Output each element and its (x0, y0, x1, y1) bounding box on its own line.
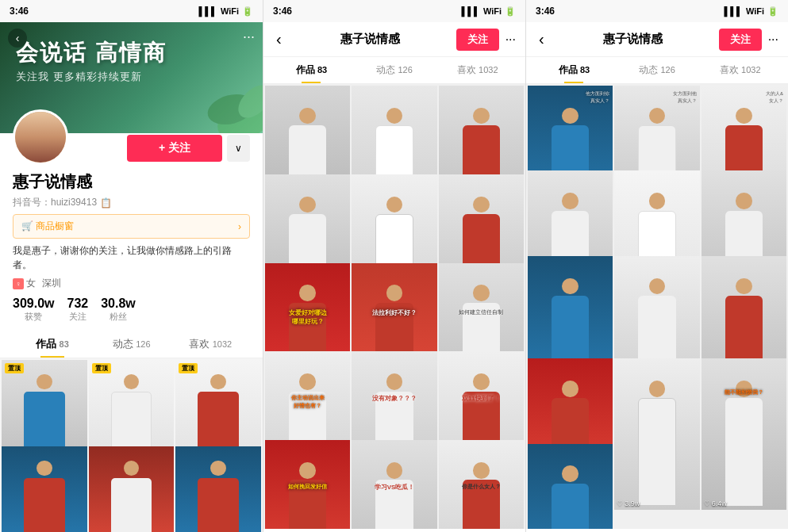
shop-arrow: › (238, 221, 241, 232)
wifi-icon: WiFi (221, 6, 239, 16)
more-btn-2[interactable]: ··· (505, 33, 516, 47)
icons-3: ▌▌▌ WiFi 🔋 (724, 6, 778, 17)
profile-id: 抖音号：huizi39413 📋 (13, 196, 250, 209)
avatar-image (15, 112, 66, 163)
grid-cell-2-15[interactable]: ♡888 你是什么女人？ (439, 440, 524, 529)
header-right-3: 关注 ··· (719, 29, 778, 51)
header-title-3: 惠子说情感 (603, 32, 663, 47)
wifi-2: WiFi (483, 6, 502, 16)
profile-info-section: + 关注 ∨ 惠子说情感 抖音号：huizi39413 📋 🛒 商品橱窗 › 我… (0, 109, 263, 323)
status-icons: ▌▌▌ WiFi 🔋 (198, 6, 253, 17)
location-tag: 深圳 (42, 277, 61, 290)
phone3-tabs: 作品 83 动态 126 喜欢 1032 (526, 57, 788, 84)
phone2-tabs: 作品 83 动态 126 喜欢 1032 (263, 57, 525, 84)
badge-1: 置顶 (5, 363, 24, 373)
follow-btn-2[interactable]: 关注 (456, 29, 499, 51)
signal-icon: ▌▌▌ (198, 6, 217, 16)
time-2: 3:46 (273, 6, 292, 17)
copy-icon[interactable]: 📋 (100, 197, 112, 209)
status-bar-profile: 3:46 ▌▌▌ WiFi 🔋 (0, 0, 263, 22)
follow-button[interactable]: + 关注 (127, 135, 222, 162)
profile-video-grid: 台湾何某会多少你的女儿？ 置顶 17.6w 你女儿一年赚啥 置顶 21.1w 当… (0, 358, 263, 532)
tab-dynamic[interactable]: 动态 126 (92, 331, 171, 358)
more-btn-3[interactable]: ··· (768, 33, 778, 47)
video-cell-6[interactable]: 6.4w (175, 446, 261, 532)
time-3: 3:46 (536, 6, 555, 17)
avatar (13, 109, 68, 165)
status-bar-2: 3:46 ▌▌▌ WiFi 🔋 (263, 0, 525, 22)
banner-subtitle: 关注我 更多精彩持续更新 (16, 70, 142, 84)
panel-profile: 3:46 ▌▌▌ WiFi 🔋 ‹ 会说话 高情商 关注我 更多精彩持续更新 ·… (0, 0, 263, 532)
panel-phone3: 3:46 ▌▌▌ WiFi 🔋 ‹ 惠子说情感 关注 ··· 作品 83 动态 … (525, 0, 788, 532)
tab2-works[interactable]: 作品 83 (270, 57, 353, 83)
phone2-video-grid: ♡283 ♡1.0w 超强实用方法让你 ♡1841 生活总结让你情感 ♡210 … (263, 84, 525, 529)
tab3-dynamic[interactable]: 动态 126 (616, 57, 699, 83)
grid-cell-2-13[interactable]: ♡279 如何挽回发好信 (265, 440, 350, 529)
grid-cell-3-12[interactable]: ♡6.4w 能不能别烦我？ (702, 358, 786, 510)
header-title-2: 惠子说情感 (340, 32, 400, 47)
wifi-3: WiFi (746, 6, 764, 16)
status-time: 3:46 (10, 6, 29, 17)
back-btn-3[interactable]: ‹ (536, 27, 548, 52)
phone3-video-grid: ♡1.2w 他方面到你真实人？ ♡3.0w 女方面到他真实人？ ♡3.7w 大的… (526, 84, 788, 529)
grid-cell-3-13[interactable]: 哟！ (528, 444, 613, 529)
battery-icon: 🔋 (242, 6, 253, 17)
cell-likes-3-12: ♡6.4w (704, 499, 727, 507)
stat-fans: 30.8w 粉丝 (101, 297, 136, 323)
badge-2: 置顶 (92, 363, 111, 373)
video-cell-5[interactable]: 4154 (89, 446, 175, 532)
signal-3: ▌▌▌ (724, 6, 742, 16)
tab3-works[interactable]: 作品 83 (532, 57, 616, 83)
follow-dropdown[interactable]: ∨ (227, 135, 250, 162)
tab2-dynamic[interactable]: 动态 126 (353, 57, 436, 83)
phone3-header: ‹ 惠子说情感 关注 ··· (526, 22, 788, 57)
grid-cell-2-14[interactable]: ♡205 学习VS吃瓜！ (352, 440, 436, 529)
gender-icon: ♀ (13, 278, 24, 289)
follow-actions: + 关注 ∨ (127, 135, 250, 162)
signal-2: ▌▌▌ (461, 6, 479, 16)
banner-title: 会说话 高情商 (16, 38, 167, 68)
icons-2: ▌▌▌ WiFi 🔋 (461, 6, 516, 17)
shop-window[interactable]: 🛒 商品橱窗 › (13, 214, 250, 239)
profile-bio: 我是惠子，谢谢你的关注，让我做你情感路上的引路者。 (13, 243, 250, 272)
profile-tags: ♀ 女 深圳 (13, 277, 250, 290)
profile-tabs: 作品 83 动态 126 喜欢 1032 (0, 331, 263, 358)
tab3-likes[interactable]: 喜欢 1032 (698, 57, 782, 83)
banner-decoration (167, 70, 263, 133)
status-bar-3: 3:46 ▌▌▌ WiFi 🔋 (526, 0, 788, 22)
grid-cell-3-11[interactable]: ♡3.9w (614, 358, 699, 510)
profile-name: 惠子说情感 (13, 171, 250, 193)
battery-3: 🔋 (767, 6, 778, 17)
gender-tag: ♀ 女 (13, 277, 36, 290)
back-btn-2[interactable]: ‹ (273, 27, 285, 52)
tab2-likes[interactable]: 喜欢 1032 (436, 57, 519, 83)
video-cell-4[interactable]: 6895 落榜怎样？ (2, 446, 87, 532)
stat-likes: 309.0w 获赞 (13, 297, 54, 323)
badge-3: 置顶 (179, 363, 198, 373)
tab-likes[interactable]: 喜欢 1032 (171, 331, 250, 358)
cell-likes-3-11: ♡3.9w (617, 499, 640, 507)
tab-works[interactable]: 作品 83 (13, 331, 92, 358)
more-button-banner[interactable]: ··· (243, 29, 255, 45)
follow-btn-3[interactable]: 关注 (719, 29, 762, 51)
header-right-2: 关注 ··· (456, 29, 516, 51)
phone2-header: ‹ 惠子说情感 关注 ··· (263, 22, 525, 57)
stat-following: 732 关注 (67, 297, 88, 323)
panel-phone2: 3:46 ▌▌▌ WiFi 🔋 ‹ 惠子说情感 关注 ··· 作品 83 动态 … (263, 0, 525, 532)
battery-2: 🔋 (505, 6, 516, 17)
profile-stats: 309.0w 获赞 732 关注 30.8w 粉丝 (13, 297, 250, 323)
